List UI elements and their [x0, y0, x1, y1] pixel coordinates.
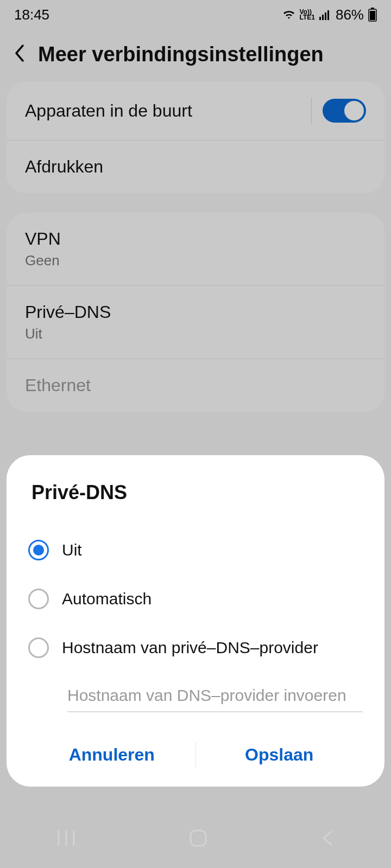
radio-icon	[28, 637, 49, 658]
row-nearby-devices[interactable]: Apparaten in de buurt	[7, 81, 384, 141]
row-private-dns[interactable]: Privé–DNS Uit	[7, 286, 384, 359]
back-icon[interactable]	[12, 42, 27, 66]
row-subtitle: Uit	[25, 326, 111, 342]
save-button[interactable]: Opslaan	[196, 732, 363, 778]
option-label: Uit	[62, 541, 82, 559]
row-title: VPN	[25, 229, 61, 249]
settings-content: Apparaten in de buurt Afdrukken VPN Geen…	[0, 81, 391, 412]
home-icon[interactable]	[188, 828, 209, 848]
settings-group-1: Apparaten in de buurt Afdrukken	[7, 81, 384, 193]
row-title: Afdrukken	[25, 157, 103, 177]
battery-percentage: 86%	[336, 7, 364, 23]
svg-rect-3	[327, 10, 329, 20]
volte-icon: Vo))LTE1	[300, 9, 315, 20]
status-time: 18:45	[14, 7, 49, 23]
row-printing[interactable]: Afdrukken	[7, 141, 384, 193]
cancel-button[interactable]: Annuleren	[28, 732, 195, 778]
recents-icon[interactable]	[55, 829, 77, 847]
settings-group-2: VPN Geen Privé–DNS Uit Ethernet	[7, 213, 384, 412]
hostname-input[interactable]	[67, 686, 363, 712]
private-dns-dialog: Privé-DNS Uit Automatisch Hostnaam van p…	[7, 455, 384, 787]
svg-rect-1	[322, 15, 324, 20]
row-title: Ethernet	[25, 375, 91, 395]
navigation-bar	[0, 808, 391, 868]
row-subtitle: Geen	[25, 252, 61, 269]
radio-icon	[28, 589, 49, 609]
svg-rect-2	[325, 12, 326, 20]
toggle-container	[311, 98, 366, 124]
row-vpn[interactable]: VPN Geen	[7, 213, 384, 286]
row-title: Apparaten in de buurt	[25, 101, 192, 121]
option-hostname[interactable]: Hostnaam van privé–DNS–provider	[28, 623, 363, 672]
svg-rect-10	[191, 831, 206, 846]
radio-icon	[28, 540, 49, 560]
status-icons: Vo))LTE1 86%	[282, 7, 377, 23]
option-off[interactable]: Uit	[28, 526, 363, 575]
svg-rect-6	[370, 11, 375, 20]
option-label: Automatisch	[62, 590, 152, 608]
page-title: Meer verbindingsinstellingen	[38, 43, 324, 66]
battery-icon	[368, 8, 377, 22]
wifi-icon	[282, 9, 295, 20]
toggle-divider	[311, 98, 312, 124]
option-auto[interactable]: Automatisch	[28, 575, 363, 623]
status-bar: 18:45 Vo))LTE1 86%	[0, 0, 391, 29]
nearby-devices-toggle[interactable]	[323, 99, 366, 123]
signal-icon	[319, 9, 331, 20]
dialog-actions: Annuleren Opslaan	[28, 732, 363, 778]
option-label: Hostnaam van privé–DNS–provider	[62, 639, 318, 657]
svg-rect-0	[319, 17, 321, 20]
back-nav-icon[interactable]	[319, 829, 336, 847]
row-title: Privé–DNS	[25, 302, 111, 322]
page-header: Meer verbindingsinstellingen	[0, 29, 391, 81]
dialog-title: Privé-DNS	[28, 481, 363, 504]
row-ethernet: Ethernet	[7, 359, 384, 412]
